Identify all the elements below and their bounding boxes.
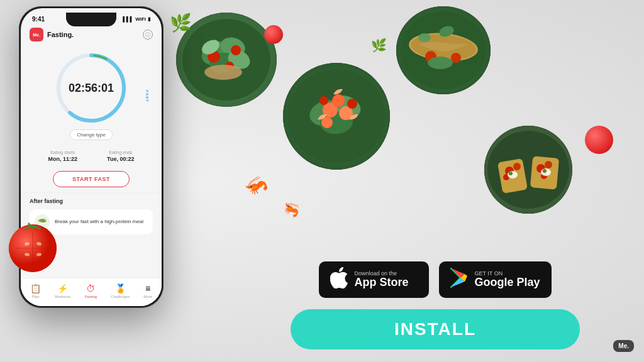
timer-display: 02:56:01: [69, 82, 114, 95]
plan-icon: 📋: [30, 283, 41, 293]
eating-end-label: Eating ends: [109, 150, 132, 155]
shrimp-deco-2: 🦐: [283, 201, 300, 217]
nav-workouts[interactable]: ⚡ Workouts: [55, 283, 70, 299]
wifi-icon: WiFi: [135, 16, 146, 22]
bottom-nav: 📋 Plan ⚡ Workouts ⏱ Fasting 🏅 Challenges…: [21, 278, 162, 306]
fast-label: FAST: [145, 90, 148, 102]
eating-end-block: Eating ends Tue, 00:22: [107, 150, 134, 162]
brand-watermark: Me.: [613, 340, 634, 352]
more-icon: ≡: [145, 283, 150, 293]
google-play-name: Google Play: [474, 277, 540, 289]
signal-icon: ▌▌▌: [123, 16, 133, 22]
nav-more-label: More: [143, 295, 152, 299]
eating-end-value: Tue, 00:22: [107, 156, 134, 162]
store-buttons: Download on the App Store GET IT ON Goog…: [319, 261, 551, 298]
svg-point-8: [204, 65, 242, 80]
phone-notch: [66, 13, 116, 26]
cherry-tomato-deco-2: [585, 126, 613, 154]
apple-icon: [330, 267, 348, 293]
nav-challenges-label: Challenges: [111, 295, 130, 299]
timer-section: 02:56:01 Change type FAST: [21, 45, 162, 146]
right-content: Download on the App Store GET IT ON Goog…: [239, 0, 631, 362]
leaf-deco-1: 🌿: [371, 38, 387, 53]
nav-workouts-label: Workouts: [55, 295, 70, 299]
app-store-name: App Store: [354, 277, 408, 289]
nav-plan-label: Plan: [32, 295, 40, 299]
timer-ring: 02:56:01: [53, 50, 129, 126]
app-header: Me. Fasting. ⓘ: [21, 25, 162, 45]
suggestion-text: Break your fast with a high-protein meal: [55, 219, 143, 225]
status-time: 9:41: [32, 16, 45, 23]
status-icons: ▌▌▌ WiFi ▮: [123, 16, 150, 22]
change-type-button[interactable]: Change type: [70, 129, 112, 140]
eating-times: Eating starts Mon, 11:22 Eating ends Tue…: [21, 146, 162, 166]
eating-start-label: Eating starts: [50, 150, 75, 155]
app-logo: Me. Fasting.: [30, 28, 74, 41]
nav-fasting[interactable]: ⏱ Fasting: [84, 283, 97, 299]
google-play-icon: [450, 268, 468, 292]
fasting-icon: ⏱: [86, 283, 95, 293]
info-icon[interactable]: ⓘ: [143, 30, 153, 40]
app-logo-icon: Me.: [30, 28, 43, 41]
challenges-icon: 🏅: [115, 283, 126, 293]
eating-start-value: Mon, 11:22: [48, 156, 78, 162]
after-fasting-title: After fasting: [30, 198, 153, 204]
eating-start-block: Eating starts Mon, 11:22: [48, 150, 78, 162]
workouts-icon: ⚡: [57, 283, 68, 293]
battery-icon: ▮: [148, 16, 150, 22]
app-name: Fasting.: [47, 31, 74, 38]
app-store-text: Download on the App Store: [354, 270, 408, 289]
tomato-left: [6, 220, 60, 276]
nav-fasting-label: Fasting: [84, 295, 97, 299]
google-play-text: GET IT ON Google Play: [474, 270, 540, 289]
nav-plan[interactable]: 📋 Plan: [30, 283, 41, 299]
app-store-button[interactable]: Download on the App Store: [319, 261, 429, 298]
install-button[interactable]: INSTALL: [291, 309, 580, 349]
nav-challenges[interactable]: 🏅 Challenges: [111, 283, 130, 299]
nav-more[interactable]: ≡ More: [143, 283, 152, 299]
google-play-button[interactable]: GET IT ON Google Play: [439, 261, 551, 298]
shrimp-deco-1: 🦐: [245, 176, 267, 197]
cherry-tomato-deco-1: [264, 25, 283, 44]
start-fast-button[interactable]: START FAST: [53, 171, 130, 187]
leaf-deco-2: 🌿: [170, 13, 192, 33]
